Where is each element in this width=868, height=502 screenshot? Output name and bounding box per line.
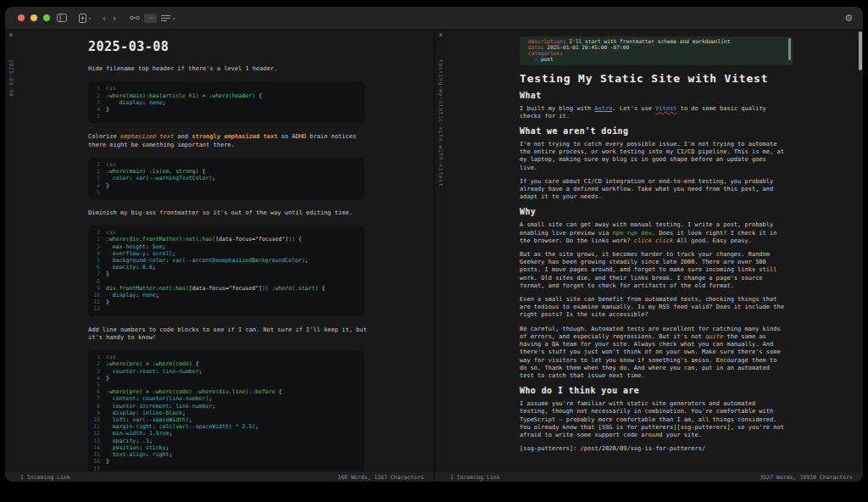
code-token [106, 243, 113, 250]
new-note-icon[interactable] [79, 14, 86, 23]
line-number: 15 [92, 451, 100, 458]
code-line: 8 [92, 278, 359, 285]
editor-pane-left: × 2025-03-08 2025-03-08Hide filename top… [5, 30, 434, 482]
text-run: Add line numbers to code blocks to see i… [88, 326, 367, 341]
code-line: 2:where(div.frontMatter):not(:has([data-… [92, 236, 359, 243]
line-number: 4 [92, 250, 100, 257]
line-number: 7 [92, 271, 100, 277]
code-token: ; [169, 451, 172, 458]
line-number: 16 [92, 458, 100, 465]
code-token: : [136, 438, 142, 444]
line-number: 2 [92, 360, 100, 367]
code-line: 3 max-height: 5em; [92, 243, 359, 250]
word-count-status[interactable]: 3527 Words, 19930 Characters [760, 474, 853, 481]
code-line: 6 opacity: 0.6; [92, 264, 359, 271]
editor-content[interactable]: 2025-03-08Hide filename top header if th… [17, 30, 434, 471]
code-token: > [142, 360, 153, 367]
code-line: 7 content: counter(line-number); [92, 395, 359, 402]
code-line: 14 position: sticky; [92, 444, 359, 451]
text-run: emphasized text [120, 133, 174, 140]
share-icon[interactable] [130, 14, 140, 22]
code-line: 10 left: var(--spaceWidth); [92, 416, 359, 423]
text-run: Colorize [88, 133, 120, 140]
line-number: 3 [92, 99, 100, 106]
code-token: [data-focus="focused"] [189, 285, 262, 292]
tab-title[interactable]: 2025-03-08 [8, 59, 14, 97]
code-token: margin-right [113, 423, 153, 430]
gear-icon[interactable]: ⚙ [844, 14, 853, 23]
forward-button[interactable]: › [113, 14, 116, 23]
code-token: : [156, 368, 163, 375]
code-token: } [106, 271, 109, 277]
close-tab-icon[interactable]: × [9, 31, 14, 39]
code-token: : [146, 243, 153, 250]
code-token: { [275, 388, 282, 395]
focus-mode-icon[interactable]: — [144, 14, 157, 23]
code-token: { [199, 168, 206, 175]
line-number: 14 [92, 444, 100, 451]
frontmatter-scrollbar-thumb[interactable] [788, 38, 791, 60]
back-button[interactable]: ‹ [103, 14, 106, 23]
code-token: sticky [146, 444, 165, 451]
code-line: 5 [92, 189, 359, 196]
code-token: } [106, 458, 109, 465]
paragraph: Diminish my big-ass frontmatter so it's … [88, 209, 368, 217]
close-window-button[interactable] [18, 14, 25, 21]
code-line: 1css [92, 161, 359, 168]
line-number: 4 [92, 106, 100, 113]
code-token: :where(pre) [106, 388, 142, 395]
scrollbar-thumb[interactable] [859, 31, 862, 70]
code-token: { [318, 285, 325, 292]
heading: What we aren't doing [520, 126, 787, 137]
code-token: 0.6 [142, 264, 153, 271]
minimize-window-button[interactable] [31, 14, 37, 21]
incoming-links-status[interactable]: 1 Incoming Link [20, 474, 70, 481]
tab-title[interactable]: testing-my-static-site-with-vitest [437, 59, 444, 187]
code-token: css [106, 354, 116, 360]
code-token: display [113, 410, 136, 416]
code-line: 2:where(main):has(article h1) > :where(h… [92, 92, 359, 99]
code-line: 6:where(pre) > :where(code) :where(div.l… [92, 388, 359, 395]
line-number: 12 [92, 430, 100, 437]
code-token: color [113, 175, 130, 181]
line-number: 1 [92, 229, 100, 236]
paragraph: Even a small site can benefit from autom… [520, 296, 784, 320]
close-tab-icon[interactable]: × [439, 31, 443, 39]
view-options-icon[interactable] [161, 14, 170, 22]
heading: Who do I think you are [520, 386, 787, 396]
zoom-window-button[interactable] [43, 14, 50, 21]
paragraph: I built my blog with Astro. Let's use Vi… [520, 105, 784, 120]
text-run: I assume you're familiar with static sit… [520, 400, 784, 438]
code-token: } [106, 106, 109, 113]
line-number: 6 [92, 264, 100, 271]
code-token: : [136, 264, 142, 271]
code-line: 5 background-color: var(--accentDeemphas… [92, 257, 359, 264]
code-token: : [139, 444, 146, 451]
incoming-links-status[interactable]: 1 Incoming Link [450, 474, 500, 481]
sidebar-toggle-icon[interactable] [57, 14, 67, 22]
editor-content[interactable]: description: I'll start with frontmatter… [447, 30, 863, 471]
code-token [106, 292, 113, 298]
code-token: line-number [175, 403, 212, 410]
inline-link[interactable]: Vitest [655, 105, 676, 112]
code-token [106, 175, 113, 181]
code-token [106, 403, 113, 410]
code-token: calc(var(--spaceWidth) * 2.5) [159, 423, 256, 430]
code-line: 11 margin-right: calc(var(--spaceWidth) … [92, 423, 359, 430]
chevron-down-icon[interactable]: ▾ [88, 15, 92, 21]
code-token [106, 257, 113, 264]
text-run: I'm not trying to catch every possible i… [520, 141, 784, 171]
code-line: 12 [92, 305, 359, 312]
inline-link[interactable]: Astro [595, 105, 613, 112]
paragraph: Be careful, though. Automated tests are … [520, 326, 784, 380]
text-run: click click [634, 237, 673, 244]
code-token: > [142, 388, 153, 395]
chevron-down-icon[interactable]: ▾ [172, 15, 175, 21]
code-token: : [136, 292, 142, 298]
code-block: 1css2:where(main):has(article h1) > :whe… [88, 81, 364, 123]
code-token: : [142, 99, 149, 106]
text-run: quite [705, 333, 723, 340]
word-count-status[interactable]: 168 Words, 1167 Characters [337, 474, 424, 481]
status-bar: 1 Incoming Link 168 Words, 1167 Characte… [5, 471, 434, 482]
code-token: css [106, 161, 116, 168]
